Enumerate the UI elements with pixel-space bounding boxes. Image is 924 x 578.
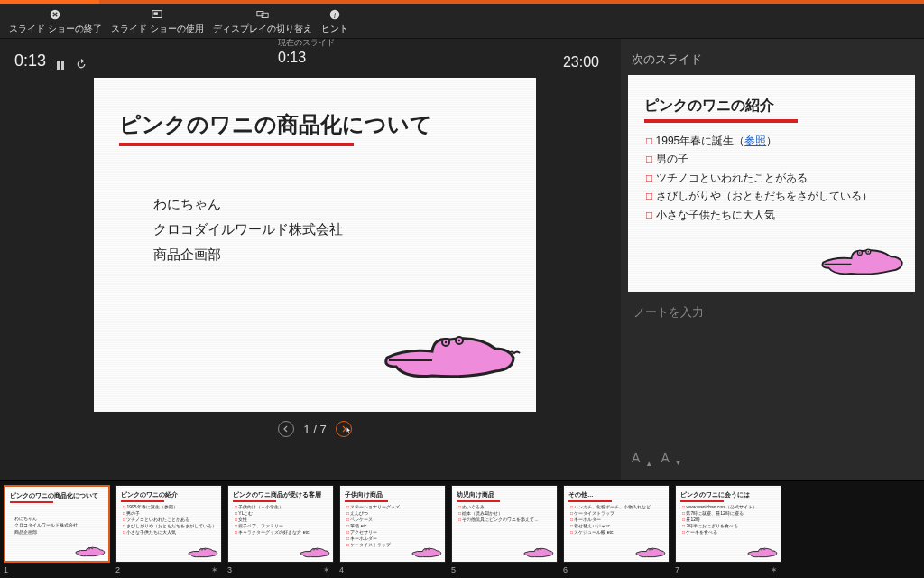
font-size-controls: A▲ A▼: [628, 447, 917, 471]
thumbnail[interactable]: ピンクのワニの紹介1995年春に誕生（参照）男の子ツチノコといわれたことがあるさ…: [116, 485, 222, 578]
svg-point-30: [763, 548, 765, 550]
body-line: 商品企画部: [153, 242, 536, 267]
switch-icon: [256, 8, 269, 21]
notes-placeholder: ノートを入力: [633, 305, 704, 319]
current-slide[interactable]: ピンクのワニの商品化について わにちゃん クロコダイルワールド株式会社 商品企画…: [94, 78, 536, 412]
reference-link[interactable]: 参照: [744, 135, 766, 147]
refresh-icon: [75, 58, 88, 70]
svg-point-17: [88, 547, 90, 549]
toolbar-label: スライド ショーの使用: [111, 23, 204, 35]
presenter-area: 0:13 現在のスライド 0:13 23:00 ピンクのワニの商品化について わ…: [0, 39, 621, 480]
list-item: 男の子: [646, 150, 915, 168]
hints-button[interactable]: i ヒント: [321, 8, 348, 35]
body-line: クロコダイルワールド株式会社: [153, 217, 536, 242]
prev-slide-button[interactable]: [278, 421, 294, 437]
thumbnail[interactable]: ピンクのワニに会うにはwww.wanichan.com（公式サイト）第7時に就寝…: [675, 485, 781, 578]
current-slide-label: 現在のスライド: [278, 37, 335, 49]
thumbnail[interactable]: 幼児向け商品ぬいぐるみ絵本（読み聞かせ）その他玩具にピンクのワニを添えて...5: [451, 485, 558, 578]
crocodile-image: [378, 326, 522, 389]
presenter-toolbar: スライド ショーの終了 スライド ショーの使用 ディスプレイの切り替え i ヒン…: [0, 4, 924, 39]
switch-display-button[interactable]: ディスプレイの切り替え: [213, 8, 312, 35]
svg-point-22: [316, 548, 318, 550]
current-slide-timer: 0:13: [278, 50, 335, 66]
svg-point-26: [540, 548, 541, 550]
svg-rect-2: [154, 12, 158, 15]
right-pane: 次のスライド ピンクのワニの紹介 1995年春に誕生（参照）男の子ツチノコといわ…: [621, 39, 924, 480]
info-icon: i: [328, 8, 341, 21]
svg-point-12: [458, 340, 460, 341]
slide-navigation: 1 / 7: [278, 412, 351, 446]
crocodile-image: [818, 242, 908, 283]
chevron-right-icon: [340, 425, 347, 433]
thumbnail[interactable]: 子供向け商品ステーショナリーグッズえんぴつペンケース筆箱 etcアクセサリーキー…: [339, 485, 446, 578]
body-line: わにちゃん: [153, 191, 536, 217]
font-bigger-button[interactable]: A▲: [632, 451, 652, 465]
list-item: ツチノコといわれたことがある: [646, 169, 915, 187]
svg-point-11: [445, 341, 447, 343]
toolbar-label: ディスプレイの切り替え: [213, 23, 312, 35]
thumbnail[interactable]: その他…ハンカチ、化粧ポーチ、小物入れなどケータイストラップキーホルダー着せ替え…: [563, 485, 670, 578]
pause-icon: [55, 60, 66, 70]
end-slideshow-button[interactable]: スライド ショーの終了: [9, 8, 102, 35]
svg-point-21: [313, 548, 315, 550]
slide-position: 1 / 7: [303, 423, 326, 436]
svg-point-16: [868, 251, 870, 253]
next-slide-title: ピンクのワニの紹介: [628, 75, 915, 119]
close-circle-icon: [49, 8, 61, 21]
svg-point-25: [537, 548, 539, 550]
svg-rect-7: [57, 61, 60, 70]
notes-input[interactable]: ノートを入力: [628, 292, 917, 447]
use-slideshow-button[interactable]: スライド ショーの使用: [111, 8, 204, 35]
next-slide-button[interactable]: [336, 421, 352, 437]
svg-rect-4: [262, 13, 268, 17]
svg-point-23: [425, 548, 427, 550]
toolbar-label: ヒント: [321, 23, 348, 35]
list-item: さびしがりや（おともだちをさがしている）: [646, 187, 915, 205]
next-slide-header: 次のスライド: [628, 48, 917, 75]
svg-point-18: [91, 547, 93, 549]
pause-button[interactable]: [55, 60, 66, 70]
chevron-left-icon: [282, 425, 290, 433]
restart-timer-button[interactable]: [75, 58, 88, 70]
svg-rect-3: [256, 12, 263, 16]
svg-rect-8: [61, 61, 64, 70]
svg-point-27: [649, 548, 651, 550]
svg-point-15: [859, 252, 861, 254]
next-slide-list: 1995年春に誕生（参照）男の子ツチノコといわれたことがあるさびしがりや（おとも…: [628, 123, 915, 224]
thumbnail-strip[interactable]: ピンクのワニの商品化についてわにちゃんクロコダイルワールド株式会社商品企画部1ピ…: [0, 480, 924, 578]
svg-point-28: [651, 548, 653, 550]
thumbnail[interactable]: ピンクのワニの商品化についてわにちゃんクロコダイルワールド株式会社商品企画部1: [4, 485, 110, 578]
svg-point-24: [428, 548, 430, 550]
slide-body: わにちゃん クロコダイルワールド株式会社 商品企画部: [94, 146, 536, 266]
next-slide-preview[interactable]: ピンクのワニの紹介 1995年春に誕生（参照）男の子ツチノコといわれたことがある…: [628, 75, 915, 292]
toolbar-label: スライド ショーの終了: [9, 23, 102, 35]
list-item: 1995年春に誕生（参照）: [646, 132, 915, 150]
wall-clock: 23:00: [563, 54, 612, 70]
svg-point-19: [201, 548, 203, 550]
slideshow-icon: [151, 8, 163, 21]
elapsed-timer: 0:13: [14, 51, 46, 70]
slide-title: ピンクのワニの商品化について: [94, 78, 536, 143]
thumbnail[interactable]: ピンクのワニ商品が受ける客層子供向け（～小学生）YLこむ女性親子ペア、ファミリー…: [227, 485, 334, 578]
svg-point-29: [761, 548, 762, 550]
list-item: 小さな子供たちに大人気: [646, 206, 915, 224]
font-smaller-button[interactable]: A▼: [661, 452, 681, 465]
svg-point-20: [204, 548, 206, 550]
